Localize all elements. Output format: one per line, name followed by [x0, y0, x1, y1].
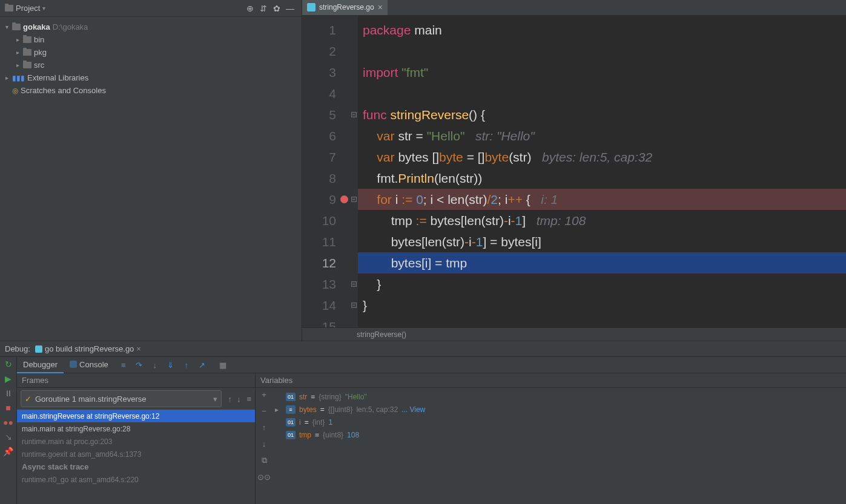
debug-toolbar: Debugger Console ≡ ↷ ↓ ⇓ ↑ ↗ ▦: [17, 357, 846, 373]
down-icon[interactable]: ↓: [262, 439, 266, 448]
add-watch-icon[interactable]: +: [262, 390, 266, 399]
breadcrumb[interactable]: stringReverse(): [302, 327, 846, 341]
breakpoint-line-9: 9: [302, 189, 349, 210]
chevron-right-icon: ▸: [15, 36, 21, 43]
force-step-into-icon[interactable]: ⇓: [164, 358, 177, 371]
code-editor[interactable]: 1 2 3 4 5 6 7 8 9 10 11 12 13 14 15 − −: [302, 16, 846, 327]
chevron-right-icon: ▸: [15, 62, 21, 68]
console-icon: [70, 361, 77, 368]
folder-icon: [12, 24, 21, 30]
frames-panel: Frames ✓ Goroutine 1 main.stringReverse …: [17, 373, 256, 504]
variables-title: Variables: [256, 373, 846, 388]
tree-external-libs[interactable]: ▸ ▮▮▮ External Libraries: [0, 71, 302, 84]
project-selector[interactable]: Project ▾: [5, 4, 45, 13]
variables-panel: Variables + − ↑ ↓ ⧉ ⊙⊙ 01 str: [256, 373, 846, 504]
frames-list: main.stringReverse at stringReverse.go:1…: [17, 410, 255, 504]
frame-row[interactable]: main.main at stringReverse.go:28: [17, 422, 255, 435]
project-sidebar: Project ▾ ⊕ ⇵ ✿ — ▾ gokaka D:\gokaka ▸ b…: [0, 0, 302, 341]
frame-row[interactable]: runtime.rt0_go at asm_amd64.s:220: [17, 473, 255, 486]
expand-icon[interactable]: ▸: [275, 405, 282, 414]
view-breakpoints-button[interactable]: ●●: [3, 417, 13, 427]
resume-button[interactable]: ↻: [5, 359, 12, 369]
show-execution-point-icon[interactable]: ≡: [117, 358, 130, 371]
fold-icon[interactable]: −: [351, 281, 357, 287]
project-title: Project: [16, 4, 40, 13]
editor-pane: stringReverse.go × 1 2 3 4 5 6 7 8 9 10 …: [302, 0, 846, 341]
copy-icon[interactable]: ⧉: [262, 456, 267, 465]
step-into-icon[interactable]: ↓: [148, 358, 162, 371]
folder-icon: [23, 36, 31, 43]
settings-icon[interactable]: ✿: [270, 2, 283, 15]
view-link[interactable]: ... View: [402, 405, 425, 414]
tree-root[interactable]: ▾ gokaka D:\gokaka: [0, 21, 302, 33]
var-badge-icon: 01: [286, 431, 296, 439]
filter-icon[interactable]: ≡: [243, 394, 255, 404]
run-button[interactable]: ▶: [5, 374, 12, 384]
tab-stringreverse[interactable]: stringReverse.go ×: [302, 0, 388, 15]
tree-folder-pkg[interactable]: ▸ pkg: [0, 46, 302, 59]
frames-title: Frames: [17, 373, 255, 388]
root-name: gokaka: [23, 22, 50, 31]
glasses-icon[interactable]: ⊙⊙: [257, 473, 271, 482]
remove-watch-icon[interactable]: −: [262, 407, 266, 416]
close-icon[interactable]: ×: [378, 3, 383, 11]
check-icon: ✓: [25, 394, 31, 404]
frame-row[interactable]: runtime.main at proc.go:203: [17, 435, 255, 448]
go-icon: [35, 345, 42, 353]
fold-gutter[interactable]: − − − −: [349, 16, 358, 327]
frame-row[interactable]: main.stringReverse at stringReverse.go:1…: [17, 410, 255, 422]
breadcrumb-item: stringReverse(): [357, 330, 406, 339]
step-out-icon[interactable]: ↑: [180, 358, 193, 371]
tree-folder-src[interactable]: ▸ src: [0, 59, 302, 71]
close-icon[interactable]: ×: [136, 344, 141, 353]
tree-scratches[interactable]: ◎ Scratches and Consoles: [0, 84, 302, 97]
var-row[interactable]: 01 tmp = {uint8} 108: [273, 428, 846, 441]
line-gutter[interactable]: 1 2 3 4 5 6 7 8 9 10 11 12 13 14 15: [302, 16, 349, 327]
vars-side-actions: + − ↑ ↓ ⧉ ⊙⊙: [256, 388, 273, 504]
var-row[interactable]: 01 str = {string} "Hello": [273, 390, 846, 403]
step-over-icon[interactable]: ↷: [133, 358, 146, 371]
folder-label: bin: [34, 35, 44, 44]
target-icon[interactable]: ⊕: [243, 2, 257, 15]
chevron-right-icon: ▸: [15, 49, 21, 56]
tree-folder-bin[interactable]: ▸ bin: [0, 33, 302, 46]
prev-frame-icon[interactable]: ↑: [225, 394, 234, 404]
root-path: D:\gokaka: [53, 22, 88, 31]
run-to-cursor-icon[interactable]: ↗: [196, 358, 209, 371]
config-label: go build stringReverse.go: [45, 344, 134, 353]
pause-button[interactable]: ⏸: [4, 388, 13, 398]
project-header: Project ▾ ⊕ ⇵ ✿ —: [0, 0, 302, 17]
stop-button[interactable]: ■: [5, 403, 10, 413]
folder-icon: [23, 62, 31, 68]
minimize-icon[interactable]: —: [283, 2, 297, 15]
goroutine-selector[interactable]: ✓ Goroutine 1 main.stringReverse ▾: [21, 390, 222, 407]
evaluate-icon[interactable]: ▦: [216, 358, 230, 371]
up-icon[interactable]: ↑: [262, 423, 266, 432]
folder-label: src: [34, 61, 44, 70]
run-config[interactable]: go build stringReverse.go ×: [35, 344, 141, 353]
pin-button[interactable]: 📌: [3, 447, 13, 456]
fold-icon[interactable]: −: [351, 303, 357, 308]
fold-icon[interactable]: −: [351, 197, 357, 202]
library-icon: ▮▮▮: [12, 74, 25, 82]
tab-console[interactable]: Console: [64, 357, 114, 373]
tab-label: stringReverse.go: [319, 3, 374, 11]
code-area[interactable]: package main import "fmt" func stringRev…: [358, 16, 846, 327]
editor-tabs: stringReverse.go ×: [302, 0, 846, 16]
debug-side-actions: ↻ ▶ ⏸ ■ ●● ↘ 📌: [0, 357, 17, 504]
variables-list: 01 str = {string} "Hello" ▸ ≡ bytes = {[…: [273, 388, 846, 504]
debug-header: Debug: go build stringReverse.go ×: [0, 341, 846, 357]
fold-icon[interactable]: −: [351, 112, 357, 117]
var-row[interactable]: ▸ ≡ bytes = {[]uint8} len:5, cap:32 ... …: [273, 403, 846, 416]
tab-debugger[interactable]: Debugger: [17, 357, 64, 373]
var-row[interactable]: 01 i = {int} 1: [273, 416, 846, 428]
mute-breakpoints-button[interactable]: ↘: [5, 432, 12, 442]
scratches-label: Scratches and Consoles: [21, 86, 106, 95]
var-badge-icon: 01: [286, 418, 296, 427]
folder-icon: [5, 5, 13, 11]
expand-all-icon[interactable]: ⇵: [257, 2, 270, 15]
go-file-icon: [307, 3, 316, 11]
frame-row[interactable]: runtime.goexit at asm_amd64.s:1373: [17, 448, 255, 460]
var-badge-icon: ≡: [286, 405, 296, 414]
next-frame-icon[interactable]: ↓: [234, 394, 243, 404]
